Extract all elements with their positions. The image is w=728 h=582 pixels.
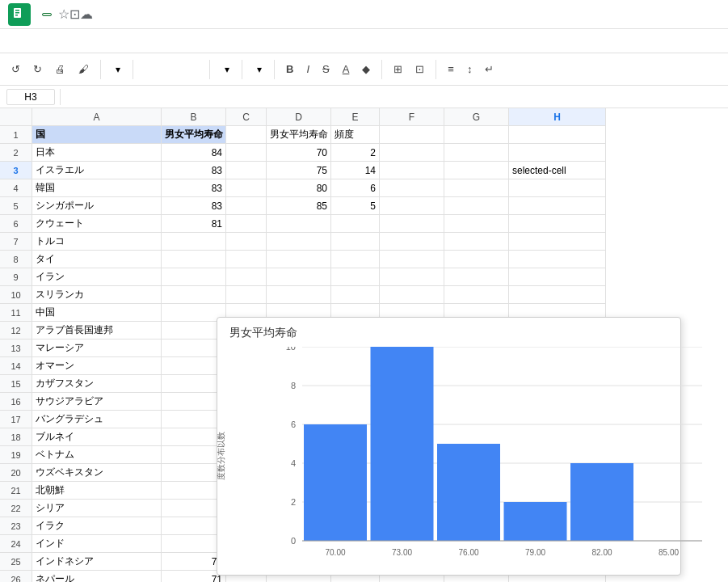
cell-G4[interactable] bbox=[444, 179, 509, 197]
cell-G1[interactable] bbox=[444, 126, 509, 144]
cell-F1[interactable] bbox=[380, 126, 444, 144]
merge-button[interactable]: ⊡ bbox=[410, 60, 429, 78]
cell-F4[interactable] bbox=[380, 179, 444, 197]
cell-H3[interactable]: selected-cell bbox=[509, 162, 606, 179]
cell-F9[interactable] bbox=[380, 268, 444, 286]
percent-button[interactable] bbox=[153, 66, 162, 73]
fill-color-button[interactable]: ◆ bbox=[357, 60, 375, 78]
col-header-H[interactable]: H bbox=[509, 108, 606, 126]
copy-icon[interactable]: ⊡ bbox=[69, 6, 80, 22]
cell-A22[interactable]: シリア bbox=[32, 500, 162, 517]
cell-A1[interactable]: 国 bbox=[32, 126, 162, 144]
cell-A9[interactable]: イラン bbox=[32, 268, 162, 286]
cell-D8[interactable] bbox=[267, 251, 331, 268]
cell-E6[interactable] bbox=[331, 215, 380, 233]
cell-C1[interactable] bbox=[226, 126, 267, 144]
cell-A19[interactable]: ベトナム bbox=[32, 446, 162, 464]
menu-help[interactable] bbox=[121, 39, 134, 44]
paint-button[interactable]: 🖌 bbox=[74, 60, 94, 78]
cell-A8[interactable]: タイ bbox=[32, 251, 162, 268]
cell-D4[interactable]: 80 bbox=[267, 179, 331, 197]
menu-data[interactable] bbox=[89, 39, 102, 44]
cell-H10[interactable] bbox=[509, 286, 606, 304]
cell-D7[interactable] bbox=[267, 233, 331, 251]
undo-button[interactable]: ↺ bbox=[6, 60, 25, 78]
menu-tools[interactable] bbox=[105, 39, 118, 44]
cell-reference[interactable] bbox=[6, 89, 55, 105]
formula-input[interactable] bbox=[70, 91, 722, 103]
col-header-C[interactable]: C bbox=[226, 108, 267, 126]
cell-A15[interactable]: カザフスタン bbox=[32, 375, 162, 393]
cell-B1[interactable]: 男女平均寿命 bbox=[162, 126, 226, 144]
border-button[interactable]: ⊞ bbox=[389, 60, 407, 78]
cell-G2[interactable] bbox=[444, 144, 509, 162]
print-button[interactable]: 🖨 bbox=[50, 60, 70, 78]
cell-B6[interactable]: 81 bbox=[162, 215, 226, 233]
menu-view[interactable] bbox=[40, 39, 53, 44]
menu-file[interactable] bbox=[8, 39, 21, 44]
cell-C6[interactable] bbox=[226, 215, 267, 233]
cell-B2[interactable]: 84 bbox=[162, 144, 226, 162]
col-header-B[interactable]: B bbox=[162, 108, 226, 126]
cell-A4[interactable]: 韓国 bbox=[32, 179, 162, 197]
cell-E2[interactable]: 2 bbox=[331, 144, 380, 162]
currency-button[interactable] bbox=[140, 66, 149, 73]
cell-F5[interactable] bbox=[380, 197, 444, 215]
cell-B5[interactable]: 83 bbox=[162, 197, 226, 215]
cell-A2[interactable]: 日本 bbox=[32, 144, 162, 162]
cell-B4[interactable]: 83 bbox=[162, 179, 226, 197]
cell-C9[interactable] bbox=[226, 268, 267, 286]
cell-A12[interactable]: アラブ首長国連邦 bbox=[32, 322, 162, 340]
cell-A5[interactable]: シンガポール bbox=[32, 197, 162, 215]
menu-format[interactable] bbox=[73, 39, 86, 44]
cell-F6[interactable] bbox=[380, 215, 444, 233]
cell-G7[interactable] bbox=[444, 233, 509, 251]
cell-D3[interactable]: 75 bbox=[267, 162, 331, 179]
zoom-select[interactable]: ▾ bbox=[107, 61, 126, 78]
cell-B9[interactable] bbox=[162, 268, 226, 286]
star-icon[interactable]: ☆ bbox=[58, 6, 69, 22]
align-left-button[interactable]: ≡ bbox=[443, 60, 459, 78]
cell-C5[interactable] bbox=[226, 197, 267, 215]
cell-D10[interactable] bbox=[267, 286, 331, 304]
cell-B7[interactable] bbox=[162, 233, 226, 251]
cell-F2[interactable] bbox=[380, 144, 444, 162]
col-header-F[interactable]: F bbox=[380, 108, 444, 126]
bold-button[interactable]: B bbox=[281, 60, 298, 78]
cell-A18[interactable]: ブルネイ bbox=[32, 428, 162, 446]
cell-E8[interactable] bbox=[331, 251, 380, 268]
cell-A7[interactable]: トルコ bbox=[32, 233, 162, 251]
cell-C4[interactable] bbox=[226, 179, 267, 197]
cell-E4[interactable]: 6 bbox=[331, 179, 380, 197]
strikethrough-button[interactable]: S bbox=[318, 60, 335, 78]
fontsize-select[interactable]: ▾ bbox=[249, 61, 267, 78]
cell-A21[interactable]: 北朝鮮 bbox=[32, 482, 162, 500]
valign-button[interactable]: ↕ bbox=[462, 60, 478, 78]
cell-F7[interactable] bbox=[380, 233, 444, 251]
cell-H8[interactable] bbox=[509, 251, 606, 268]
cell-E9[interactable] bbox=[331, 268, 380, 286]
col-header-G[interactable]: G bbox=[444, 108, 509, 126]
decimal1-button[interactable] bbox=[179, 66, 188, 73]
cell-B3[interactable]: 83 bbox=[162, 162, 226, 179]
cell-H9[interactable] bbox=[509, 268, 606, 286]
cell-G5[interactable] bbox=[444, 197, 509, 215]
italic-button[interactable]: I bbox=[301, 60, 314, 78]
cell-C7[interactable] bbox=[226, 233, 267, 251]
cell-C8[interactable] bbox=[226, 251, 267, 268]
cell-H4[interactable] bbox=[509, 179, 606, 197]
col-header-D[interactable]: D bbox=[267, 108, 331, 126]
cell-A6[interactable]: クウェート bbox=[32, 215, 162, 233]
format-select[interactable] bbox=[191, 67, 203, 72]
cell-A14[interactable]: オマーン bbox=[32, 357, 162, 375]
cell-G9[interactable] bbox=[444, 268, 509, 286]
cell-F3[interactable] bbox=[380, 162, 444, 179]
menu-insert[interactable] bbox=[57, 39, 69, 44]
cell-G10[interactable] bbox=[444, 286, 509, 304]
cell-A3[interactable]: イスラエル bbox=[32, 162, 162, 179]
cell-C2[interactable] bbox=[226, 144, 267, 162]
cell-G6[interactable] bbox=[444, 215, 509, 233]
cell-H1[interactable] bbox=[509, 126, 606, 144]
cell-C3[interactable] bbox=[226, 162, 267, 179]
cell-F10[interactable] bbox=[380, 286, 444, 304]
